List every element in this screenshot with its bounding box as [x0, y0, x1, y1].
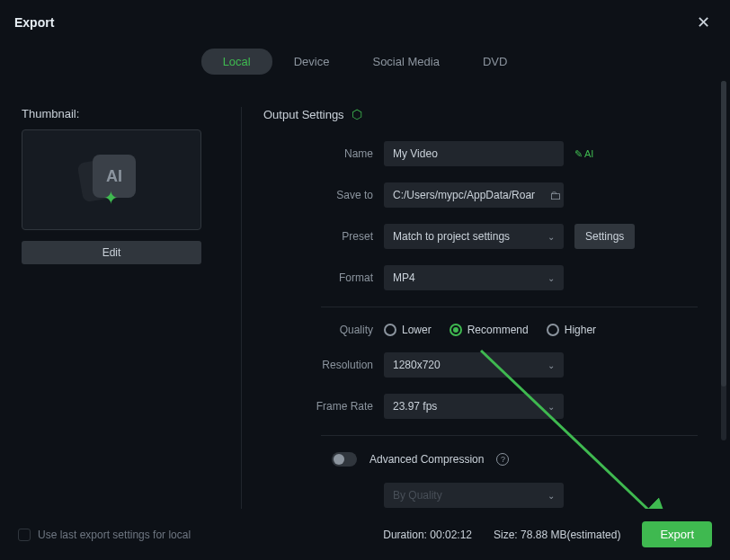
use-last-settings-label: Use last export settings for local [38, 529, 191, 541]
size-display: Size: 78.88 MB(estimated) [494, 529, 620, 541]
name-label: Name [263, 147, 373, 160]
help-icon[interactable]: ? [496, 453, 509, 466]
chevron-down-icon: ⌄ [548, 402, 555, 412]
framerate-label: Frame Rate [263, 400, 373, 413]
saveto-input[interactable] [384, 182, 564, 208]
resolution-label: Resolution [263, 359, 373, 371]
quality-label: Quality [263, 324, 373, 336]
tab-dvd[interactable]: DVD [461, 49, 529, 75]
edit-thumbnail-button[interactable]: Edit [22, 241, 201, 264]
preset-label: Preset [263, 230, 373, 243]
framerate-value: 23.97 fps [393, 400, 437, 413]
export-button[interactable]: Export [642, 521, 712, 547]
quality-higher-label: Higher [565, 324, 596, 336]
quality-recommend-radio[interactable]: Recommend [450, 324, 529, 336]
byquality-value: By Quality [393, 489, 442, 502]
preset-select[interactable]: Match to project settings ⌄ [384, 224, 564, 249]
scrollbar[interactable] [721, 81, 726, 440]
advanced-compression-label: Advanced Compression [369, 453, 484, 466]
tab-device[interactable]: Device [272, 49, 352, 75]
advanced-compression-toggle[interactable] [332, 452, 357, 467]
format-value: MP4 [393, 271, 415, 284]
tab-local[interactable]: Local [201, 49, 272, 75]
divider [321, 307, 698, 307]
graduation-icon[interactable]: ⬡ [352, 107, 362, 121]
folder-icon[interactable]: 🗀 [549, 189, 561, 202]
format-label: Format [263, 271, 373, 284]
duration-display: Duration: 00:02:12 [383, 529, 472, 541]
scrollbar-thumb[interactable] [721, 81, 726, 387]
resolution-select[interactable]: 1280x720 ⌄ [384, 352, 564, 378]
quality-lower-label: Lower [402, 324, 432, 336]
chevron-down-icon: ⌄ [548, 491, 555, 501]
close-icon[interactable]: ✕ [691, 11, 716, 34]
resolution-value: 1280x720 [393, 359, 441, 371]
ai-badge-text: AI [584, 148, 593, 159]
chevron-down-icon: ⌄ [548, 360, 555, 370]
sparkle-icon: ✦ [103, 187, 119, 209]
output-settings-title: Output Settings ⬡ [263, 107, 698, 121]
chevron-down-icon: ⌄ [548, 232, 555, 242]
tab-social-media[interactable]: Social Media [351, 49, 460, 75]
ai-badge[interactable]: ✎AI [574, 148, 593, 160]
framerate-select[interactable]: 23.97 fps ⌄ [384, 394, 564, 419]
quality-higher-radio[interactable]: Higher [547, 324, 596, 336]
thumbnail-preview: AI ✦ [22, 129, 201, 230]
saveto-label: Save to [263, 189, 373, 201]
thumbnail-label: Thumbnail: [22, 107, 219, 120]
checkbox-icon [18, 529, 31, 541]
preset-value: Match to project settings [393, 230, 510, 243]
window-title: Export [14, 15, 54, 30]
byquality-select: By Quality ⌄ [384, 483, 564, 508]
divider [321, 435, 698, 436]
settings-button[interactable]: Settings [574, 224, 635, 249]
quality-recommend-label: Recommend [467, 324, 529, 336]
output-settings-label: Output Settings [263, 108, 344, 121]
name-input[interactable] [384, 141, 564, 166]
quality-lower-radio[interactable]: Lower [384, 324, 432, 336]
tab-bar: Local Device Social Media DVD [0, 49, 730, 75]
use-last-settings-checkbox[interactable]: Use last export settings for local [18, 529, 191, 541]
format-select[interactable]: MP4 ⌄ [384, 265, 564, 290]
chevron-down-icon: ⌄ [548, 273, 555, 283]
